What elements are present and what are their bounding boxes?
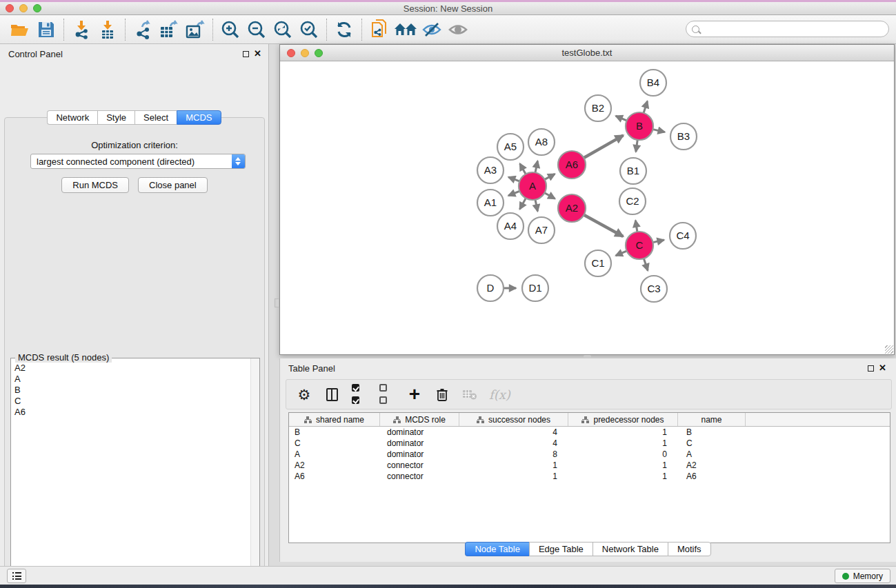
- table-cell[interactable]: 1: [568, 472, 678, 481]
- table-cell[interactable]: dominator: [380, 438, 459, 448]
- column-header-MCDS-role[interactable]: MCDS role: [380, 413, 459, 426]
- tab-edge-table[interactable]: Edge Table: [529, 542, 593, 556]
- float-table-panel-icon[interactable]: [868, 365, 874, 372]
- table-cell[interactable]: 8: [459, 449, 568, 459]
- table-cell[interactable]: 1: [568, 438, 678, 448]
- tab-select[interactable]: Select: [135, 110, 177, 125]
- deselect-all-button[interactable]: [379, 386, 395, 403]
- column-header-name[interactable]: name: [678, 413, 746, 426]
- table-cell[interactable]: 4: [459, 427, 568, 437]
- tab-node-table[interactable]: Node Table: [465, 542, 529, 556]
- float-panel-icon[interactable]: [243, 51, 249, 57]
- node-A6[interactable]: A6: [558, 151, 586, 179]
- mcds-result-list[interactable]: A2ABCA6: [12, 363, 250, 588]
- criterion-dropdown[interactable]: largest connected component (directed): [30, 154, 246, 169]
- node-D[interactable]: D: [477, 275, 504, 301]
- save-session-button[interactable]: [33, 17, 59, 42]
- zoom-fit-button[interactable]: [270, 17, 296, 42]
- window-resize-grip[interactable]: [885, 345, 893, 354]
- node-table[interactable]: shared nameMCDS rolesuccessor nodesprede…: [288, 412, 890, 543]
- network-graph[interactable]: B4B2BB3A5A8A6A3AB1A1C2A2A4A7CC4C1C3DD1: [280, 61, 894, 354]
- import-table-button[interactable]: [94, 17, 121, 42]
- node-A3[interactable]: A3: [477, 157, 504, 183]
- table-row[interactable]: Adominator80A: [289, 449, 890, 460]
- home-view-button[interactable]: [392, 17, 419, 42]
- edge-A6-B[interactable]: [583, 135, 623, 158]
- tab-motifs[interactable]: Motifs: [668, 542, 711, 556]
- table-row[interactable]: Bdominator41B: [289, 427, 890, 438]
- table-cell[interactable]: connector: [380, 472, 459, 481]
- import-network-button[interactable]: [68, 17, 94, 42]
- result-scrollbar[interactable]: [250, 358, 259, 588]
- tab-mcds[interactable]: MCDS: [177, 110, 221, 125]
- result-item[interactable]: B: [12, 385, 250, 396]
- table-cell[interactable]: A6: [289, 472, 380, 481]
- close-panel-icon[interactable]: ✕: [254, 48, 261, 59]
- table-cell[interactable]: A2: [678, 460, 746, 470]
- edge-A-A5[interactable]: [520, 163, 526, 174]
- table-row[interactable]: A6connector11A6: [289, 471, 890, 482]
- edge-A-A6[interactable]: [544, 174, 555, 180]
- edge-A-A4[interactable]: [520, 198, 526, 210]
- export-network-button[interactable]: [130, 17, 156, 42]
- edge-B-B2[interactable]: [616, 116, 628, 121]
- column-header-predecessor-nodes[interactable]: predecessor nodes: [568, 413, 678, 426]
- delete-column-button[interactable]: [434, 386, 450, 403]
- edge-C-C3[interactable]: [644, 258, 648, 270]
- tab-style[interactable]: Style: [97, 110, 135, 125]
- show-details-button[interactable]: [445, 17, 471, 42]
- table-cell[interactable]: 1: [568, 460, 678, 470]
- table-cell[interactable]: C: [678, 438, 746, 448]
- node-B3[interactable]: B3: [670, 123, 697, 150]
- select-all-button[interactable]: [351, 386, 368, 403]
- edge-A-A1[interactable]: [508, 191, 520, 196]
- table-row[interactable]: A2connector11A2: [289, 460, 890, 471]
- result-item[interactable]: A: [12, 374, 250, 385]
- close-table-panel-icon[interactable]: ✕: [879, 363, 886, 373]
- node-B4[interactable]: B4: [640, 70, 666, 96]
- network-canvas[interactable]: B4B2BB3A5A8A6A3AB1A1C2A2A4A7CC4C1C3DD1: [280, 61, 894, 354]
- node-B1[interactable]: B1: [620, 158, 646, 184]
- search-input[interactable]: [704, 24, 888, 34]
- edge-A-A2[interactable]: [544, 192, 555, 199]
- table-cell[interactable]: A: [678, 449, 746, 459]
- add-column-button[interactable]: +: [406, 386, 423, 403]
- zoom-in-button[interactable]: [217, 17, 243, 42]
- edge-C-C2[interactable]: [635, 221, 637, 233]
- table-cell[interactable]: 1: [568, 427, 678, 437]
- node-C2[interactable]: C2: [619, 188, 646, 214]
- node-D1[interactable]: D1: [522, 275, 548, 301]
- network-window-titlebar[interactable]: testGlobe.txt: [280, 45, 894, 61]
- node-C1[interactable]: C1: [585, 250, 611, 276]
- tab-network-table[interactable]: Network Table: [593, 542, 668, 556]
- result-item[interactable]: A2: [12, 363, 250, 374]
- table-cell[interactable]: A6: [678, 472, 746, 481]
- node-C4[interactable]: C4: [670, 223, 696, 249]
- table-cell[interactable]: 0: [568, 449, 678, 459]
- table-cell[interactable]: 1: [459, 460, 568, 470]
- edge-B-B3[interactable]: [652, 129, 664, 132]
- close-panel-button[interactable]: Close panel: [138, 177, 208, 193]
- table-cell[interactable]: dominator: [380, 449, 459, 459]
- node-A5[interactable]: A5: [497, 134, 524, 160]
- table-cell[interactable]: 4: [459, 438, 568, 448]
- node-B2[interactable]: B2: [585, 95, 611, 121]
- duplicate-network-button[interactable]: [366, 17, 392, 42]
- table-row[interactable]: Cdominator41C: [289, 438, 890, 449]
- edge-B-B4[interactable]: [644, 101, 648, 114]
- function-builder-button[interactable]: f(x): [489, 386, 510, 403]
- edge-A-A3[interactable]: [508, 177, 520, 181]
- tab-network[interactable]: Network: [47, 110, 97, 125]
- delete-table-button[interactable]: [461, 386, 478, 403]
- show-columns-button[interactable]: [323, 386, 340, 403]
- export-image-button[interactable]: [182, 17, 208, 42]
- table-cell[interactable]: B: [289, 427, 380, 437]
- zoom-out-button[interactable]: [243, 17, 270, 42]
- node-C3[interactable]: C3: [641, 276, 667, 302]
- table-cell[interactable]: A: [289, 449, 380, 459]
- node-A4[interactable]: A4: [497, 213, 524, 239]
- table-cell[interactable]: 1: [459, 472, 568, 481]
- node-A[interactable]: A: [519, 172, 546, 200]
- edge-C-C1[interactable]: [616, 251, 628, 256]
- edge-B-B1[interactable]: [636, 139, 638, 152]
